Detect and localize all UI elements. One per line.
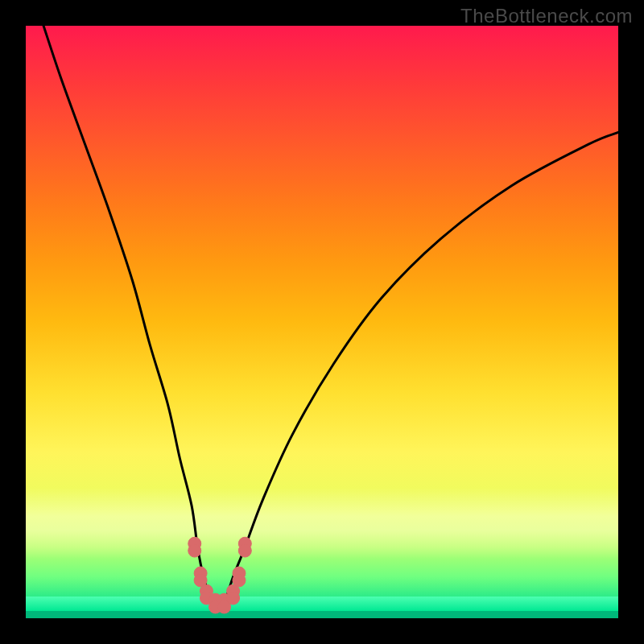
curve-layer xyxy=(26,26,618,618)
svg-point-15 xyxy=(238,544,251,557)
watermark-text: TheBottleneck.com xyxy=(460,5,633,27)
svg-point-11 xyxy=(227,592,240,605)
plot-area xyxy=(26,26,618,618)
svg-point-1 xyxy=(188,544,201,557)
chart-frame: TheBottleneck.com xyxy=(0,0,644,644)
bottleneck-curve-line xyxy=(43,26,618,605)
svg-point-13 xyxy=(233,574,246,587)
valley-bumps xyxy=(188,537,252,613)
